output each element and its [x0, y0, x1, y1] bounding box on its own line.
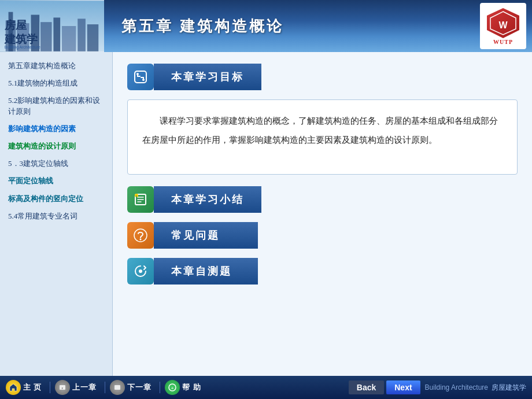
wutp-icon: W	[486, 7, 520, 39]
prev-chapter-label: 上一章	[72, 382, 97, 393]
header-cityscape-icon: 房屋 建筑学 Building Architecture	[0, 0, 104, 52]
help-icon: +	[165, 380, 180, 395]
help-label: 帮 助	[182, 382, 201, 393]
footer-brand-cn: 房屋建筑学	[492, 383, 526, 393]
footer-sep-1	[50, 382, 50, 393]
learning-objectives-button[interactable]: 本章学习目标	[127, 64, 518, 90]
content-area: 本章学习目标 课程学习要求掌握建筑构造的概念，了解建筑构造的任务、房屋的基本组成…	[113, 52, 532, 376]
svg-text:房屋: 房屋	[4, 19, 27, 31]
svg-text:Building Architecture: Building Architecture	[5, 45, 40, 50]
wutp-logo-box: W WUTP	[480, 3, 526, 49]
prev-chapter-button[interactable]: F 上一章	[55, 380, 97, 395]
svg-rect-9	[87, 24, 98, 51]
svg-point-17	[136, 73, 139, 75]
self-test-icon	[127, 258, 154, 285]
sidebar-item-5-4[interactable]: 5.4常用建筑专业名词	[5, 208, 108, 224]
learning-objectives-icon	[127, 64, 154, 90]
wutp-label: WUTP	[493, 39, 513, 45]
back-button[interactable]: Back	[349, 380, 384, 394]
svg-text:+: +	[171, 385, 174, 391]
sidebar-item-5-1[interactable]: 5.1建筑物的构造组成	[5, 75, 108, 91]
learning-summary-label: 本章学习小结	[154, 186, 261, 213]
svg-rect-16	[135, 71, 146, 83]
self-test-button[interactable]: 本章自测题	[127, 258, 518, 285]
header: 房屋 建筑学 Building Architecture 第五章 建筑构造概论 …	[0, 0, 532, 52]
sidebar-item-plane-axis[interactable]: 平面定位轴线	[5, 173, 108, 189]
svg-point-18	[142, 79, 145, 81]
next-chapter-icon	[110, 380, 125, 395]
learning-objectives-label: 本章学习目标	[154, 64, 261, 90]
svg-point-24	[139, 269, 142, 273]
sidebar-item-principles[interactable]: 建筑构造的设计原则	[5, 138, 108, 154]
learning-summary-icon: F	[127, 186, 154, 213]
faq-button[interactable]: 常见问题	[127, 222, 518, 249]
sidebar-item-factors[interactable]: 影响建筑构造的因素	[5, 121, 108, 137]
next-button[interactable]: Next	[386, 380, 420, 394]
next-chapter-label: 下一章	[127, 382, 152, 393]
sidebar-item-5-2[interactable]: 5.2影响建筑构造的因素和设计原则	[5, 93, 108, 119]
footer-brand-en: Building Architecture	[425, 383, 488, 391]
sidebar-item-ch5-intro[interactable]: 第五章建筑构造概论	[5, 58, 108, 74]
svg-rect-6	[53, 17, 60, 51]
next-chapter-button[interactable]: 下一章	[110, 380, 152, 395]
footer: 主 页 F 上一章 下一章 + 帮 助 Ba	[0, 376, 532, 399]
learning-summary-button[interactable]: F 本章学习小结	[127, 186, 518, 213]
svg-text:建筑学: 建筑学	[4, 33, 38, 45]
help-button[interactable]: + 帮 助	[165, 380, 201, 395]
faq-icon	[127, 222, 154, 249]
footer-sep-3	[160, 382, 160, 393]
svg-point-23	[140, 239, 142, 241]
svg-text:F: F	[62, 387, 64, 390]
svg-rect-8	[77, 19, 86, 51]
objectives-text-box: 课程学习要求掌握建筑构造的概念，了解建筑构造的任务、房屋的基本组成和各组成部分在…	[127, 99, 518, 175]
command-icon	[132, 69, 149, 85]
objectives-text: 课程学习要求掌握建筑构造的概念，了解建筑构造的任务、房屋的基本组成和各组成部分在…	[142, 116, 498, 145]
main-container: 第五章建筑构造概论 5.1建筑物的构造组成 5.2影响建筑构造的因素和设计原则 …	[0, 52, 532, 376]
rotate-icon	[132, 263, 149, 279]
faq-label: 常见问题	[154, 222, 258, 249]
footer-sep-2	[105, 382, 105, 393]
header-logo-area: 房屋 建筑学 Building Architecture	[0, 0, 104, 52]
home-label: 主 页	[23, 382, 42, 393]
home-icon	[6, 380, 21, 395]
sidebar-item-5-3[interactable]: 5．3建筑定位轴线	[5, 156, 108, 172]
svg-rect-7	[62, 26, 76, 51]
self-test-label: 本章自测题	[154, 258, 258, 285]
sidebar: 第五章建筑构造概论 5.1建筑物的构造组成 5.2影响建筑构造的因素和设计原则 …	[0, 52, 113, 376]
home-button[interactable]: 主 页	[6, 380, 42, 395]
prev-chapter-icon: F	[55, 380, 70, 395]
sidebar-item-vertical[interactable]: 标高及构件的竖向定位	[5, 191, 108, 207]
question-icon	[132, 227, 149, 243]
svg-text:W: W	[498, 20, 508, 30]
svg-text:F: F	[135, 195, 137, 198]
header-title: 第五章 建筑构造概论	[121, 16, 284, 36]
svg-rect-27	[114, 385, 120, 390]
book-icon: F	[132, 191, 149, 208]
svg-rect-5	[40, 22, 51, 51]
